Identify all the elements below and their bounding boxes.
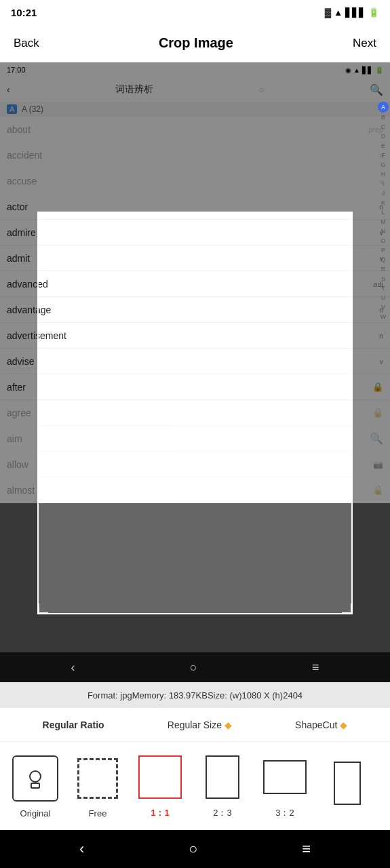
bottom-back-button[interactable]: ‹ [79,840,84,858]
inner-bottom-nav: ‹ ○ ≡ [0,652,390,682]
list-item[interactable]: after 🔒 [0,374,390,400]
ratio-option-3-2[interactable]: 3：2 [255,753,315,819]
ratio-1-1-label: 1：1 [151,807,169,819]
ratio-3-2-container [260,753,309,802]
alpha-V[interactable]: V [381,302,385,312]
alpha-E[interactable]: E [381,141,385,151]
format-text: Format: jpgMemory: 183.97KBSize: (w)1080… [87,690,303,701]
status-bar: 10:21 ▓ ▲ ▋▋▋ 🔋 [0,0,390,24]
inner-nav: ‹ 词语辨析 ○ 🔍 [0,77,390,102]
list-item[interactable]: advise v [0,349,390,374]
alpha-U[interactable]: U [381,293,386,302]
list-item[interactable]: accident n [0,142,390,168]
alpha-O[interactable]: O [381,236,385,245]
free-box-container [73,754,122,803]
free-label: Free [89,808,107,818]
inner-status-bar: 17:00 ◉ ▲ ▋▋ 🔋 [0,62,390,77]
list-item[interactable]: allow 📷 [0,452,390,477]
list-item[interactable]: almost 🔒 [0,477,390,503]
lock-icon: 🔒 [372,485,383,495]
ratio-option-more[interactable] [317,759,377,813]
list-item[interactable]: aim 🔍 [0,426,390,452]
inner-back-nav-button[interactable]: ‹ [71,660,75,675]
free-icon [77,758,118,799]
back-button[interactable]: Back [14,37,39,50]
bottom-home-button[interactable]: ○ [189,840,197,858]
alpha-C[interactable]: C [381,122,386,132]
search-bubble: 🔍 [370,432,383,445]
svg-point-0 [30,771,41,782]
bottom-menu-button[interactable]: ≡ [302,840,311,858]
ratio-1-1-container [136,753,184,802]
tab-regular-size[interactable]: Regular Size ◆ [168,719,232,730]
original-icon [12,755,58,802]
tab-regular-ratio[interactable]: Regular Ratio [43,719,104,730]
list-item[interactable]: actor n [0,194,390,220]
top-nav: Back Crop Image Next [0,24,390,62]
alpha-B[interactable]: B [381,113,385,122]
regular-size-label: Regular Size [168,719,222,730]
crop-corner-bl[interactable] [37,604,48,614]
original-box-container [11,754,60,803]
next-button[interactable]: Next [353,37,376,50]
alpha-M[interactable]: M [381,217,386,226]
alpha-H[interactable]: H [381,170,386,179]
inner-search-icon[interactable]: 🔍 [370,83,383,96]
ratio-option-1-1[interactable]: 1：1 [130,753,190,819]
alpha-W[interactable]: W [381,312,387,321]
inner-icon-3: ▋▋ [362,66,373,74]
alpha-A[interactable]: A [378,102,389,113]
svg-rect-1 [31,783,39,788]
inner-home-button[interactable]: ○ [190,660,197,675]
ratio-1-1-box [138,755,182,799]
list-item[interactable]: advanced adj [0,271,390,297]
alpha-J[interactable]: J [382,189,385,198]
inner-menu-button[interactable]: ≡ [312,660,319,675]
list-item[interactable]: advantage n [0,297,390,323]
inner-icon-2: ▲ [353,66,360,74]
alpha-K[interactable]: K [381,198,385,208]
list-item[interactable]: accuse v [0,168,390,194]
inner-back-icon[interactable]: ‹ [7,84,10,95]
section-label: A A (32) [7,104,43,114]
regular-ratio-label: Regular Ratio [43,719,104,730]
alpha-R[interactable]: R [381,264,386,274]
shapecut-label: ShapeCut [295,719,337,730]
alpha-N[interactable]: N [381,226,386,236]
ratio-tabs: Regular Ratio Regular Size ◆ ShapeCut ◆ [0,708,390,742]
inner-screen: 17:00 ◉ ▲ ▋▋ 🔋 ‹ 词语辨析 ○ 🔍 A A (32) [0,62,390,682]
ratio-2-3-container [198,753,247,802]
ratio-2-3-box [206,755,239,799]
original-label: Original [20,808,51,818]
alpha-Q[interactable]: Q [381,255,385,264]
ratio-3-2-label: 3：2 [275,807,294,819]
alpha-T[interactable]: T [381,283,385,293]
image-area: 17:00 ◉ ▲ ▋▋ 🔋 ‹ 词语辨析 ○ 🔍 A A (32) [0,62,390,682]
alpha-I[interactable]: I [383,179,385,189]
inner-battery: 🔋 [375,66,383,74]
lock-icon: 🔒 [372,382,383,392]
bottom-nav: ‹ ○ ≡ [0,830,390,868]
word-list-header: A A (32) [0,102,390,117]
ratio-option-2-3[interactable]: 2：3 [193,753,252,819]
ratio-option-free[interactable]: Free [68,754,128,818]
alpha-D[interactable]: D [381,132,386,141]
original-svg [24,767,47,790]
alpha-G[interactable]: G [381,160,385,170]
diamond-icon-shape: ◆ [340,719,347,730]
alpha-S[interactable]: S [381,274,385,283]
list-item[interactable]: about prep [0,117,390,142]
alpha-F[interactable]: F [381,151,385,160]
inner-status-icons: ◉ ▲ ▋▋ 🔋 [345,66,383,74]
ratio-option-original[interactable]: Original [5,754,65,818]
list-item[interactable]: admit v [0,245,390,271]
crop-corner-br[interactable] [342,604,353,614]
list-item[interactable]: admire v [0,220,390,245]
page-title: Crop Image [159,35,233,51]
ratio-tall-box [334,762,361,805]
alpha-L[interactable]: L [381,208,385,217]
list-item[interactable]: agree 🔒 [0,400,390,426]
alpha-P[interactable]: P [381,245,385,255]
tab-shapecut[interactable]: ShapeCut ◆ [295,719,347,730]
list-item[interactable]: advertisement n [0,323,390,349]
